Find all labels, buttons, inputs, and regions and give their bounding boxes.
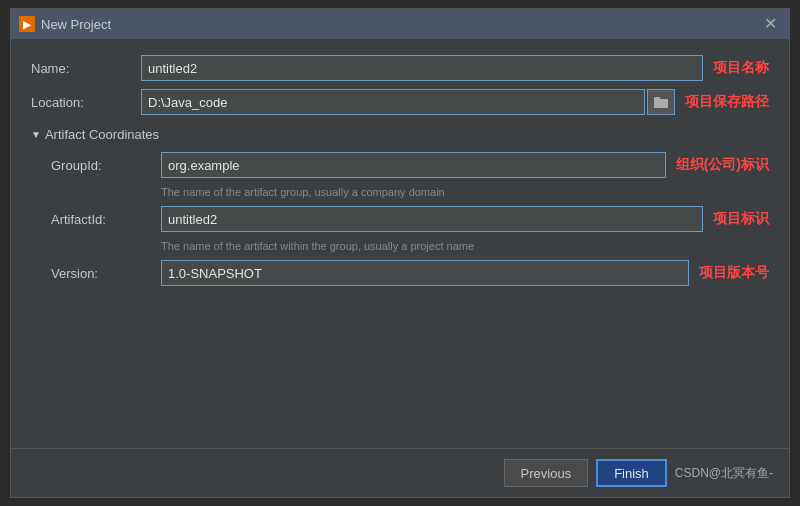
- groupid-row: GroupId: 组织(公司)标识: [51, 152, 769, 178]
- groupid-hint: The name of the artifact group, usually …: [161, 186, 769, 198]
- name-input[interactable]: [141, 55, 703, 81]
- artifactid-label: ArtifactId:: [51, 212, 161, 227]
- location-input[interactable]: [141, 89, 645, 115]
- name-annotation: 项目名称: [713, 59, 769, 77]
- finish-button[interactable]: Finish: [596, 459, 667, 487]
- new-project-dialog: ▶ New Project ✕ Name: 项目名称 Location:: [10, 8, 790, 498]
- artifactid-input[interactable]: [161, 206, 703, 232]
- app-icon: ▶: [19, 16, 35, 32]
- artifactid-row: ArtifactId: 项目标识: [51, 206, 769, 232]
- name-row: Name: 项目名称: [31, 55, 769, 81]
- svg-rect-0: [654, 99, 668, 108]
- artifactid-hint: The name of the artifact within the grou…: [161, 240, 769, 252]
- version-row: Version: 项目版本号: [51, 260, 769, 286]
- title-bar-left: ▶ New Project: [19, 16, 111, 32]
- location-input-group: [141, 89, 675, 115]
- version-label: Version:: [51, 266, 161, 281]
- version-input[interactable]: [161, 260, 689, 286]
- name-label: Name:: [31, 61, 141, 76]
- location-annotation: 项目保存路径: [685, 93, 769, 111]
- collapse-triangle[interactable]: ▼: [31, 129, 41, 140]
- dialog-footer: Previous Finish CSDN@北冥有鱼-: [11, 448, 789, 497]
- folder-icon: [654, 96, 668, 108]
- artifactid-annotation: 项目标识: [713, 210, 769, 228]
- title-bar: ▶ New Project ✕: [11, 9, 789, 39]
- location-row: Location: 项目保存路径: [31, 89, 769, 115]
- groupid-input[interactable]: [161, 152, 666, 178]
- location-label: Location:: [31, 95, 141, 110]
- previous-button[interactable]: Previous: [504, 459, 589, 487]
- version-annotation: 项目版本号: [699, 264, 769, 282]
- dialog-body: Name: 项目名称 Location: 项目保存路径 ▼ Artifact C…: [11, 39, 789, 448]
- dialog-title: New Project: [41, 17, 111, 32]
- artifact-section-header: ▼ Artifact Coordinates: [31, 127, 769, 142]
- artifact-section-body: GroupId: 组织(公司)标识 The name of the artifa…: [31, 152, 769, 294]
- browse-button[interactable]: [647, 89, 675, 115]
- watermark: CSDN@北冥有鱼-: [675, 465, 773, 482]
- svg-rect-1: [654, 97, 660, 100]
- groupid-annotation: 组织(公司)标识: [676, 156, 769, 174]
- section-title: Artifact Coordinates: [45, 127, 159, 142]
- groupid-label: GroupId:: [51, 158, 161, 173]
- close-button[interactable]: ✕: [760, 14, 781, 34]
